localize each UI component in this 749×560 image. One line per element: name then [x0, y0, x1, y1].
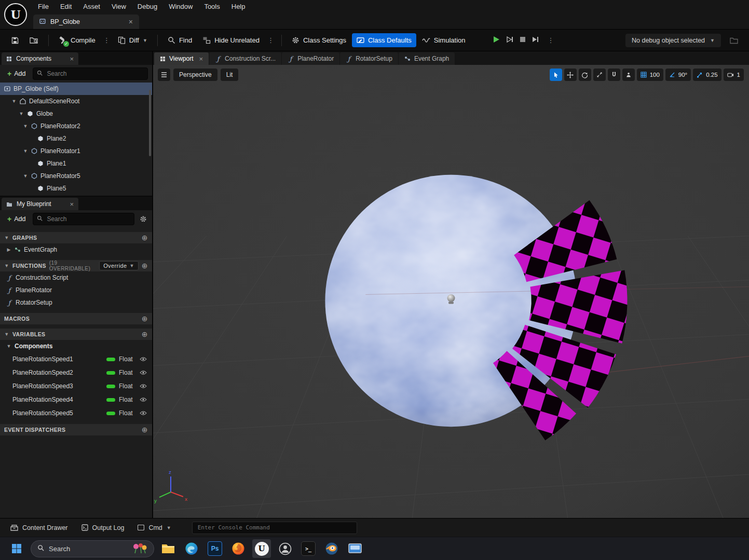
play-button[interactable] [492, 35, 500, 45]
tree-row-bp-globe-self[interactable]: BP_Globe (Self) [0, 83, 152, 95]
diff-button[interactable]: Diff ▼ [113, 33, 152, 47]
class-settings-button[interactable]: Class Settings [287, 33, 351, 47]
tree-row-plane1[interactable]: Plane1 [0, 157, 152, 170]
tree-row-planerotator2[interactable]: ▼ PlaneRotator2 [0, 120, 152, 132]
class-defaults-button[interactable]: Class Defaults [352, 33, 416, 47]
advance-button[interactable] [532, 36, 540, 45]
menu-debug[interactable]: Debug [132, 3, 163, 10]
menu-window[interactable]: Window [163, 3, 198, 10]
eye-icon[interactable] [140, 411, 147, 416]
taskbar-icon-terminal[interactable]: >_ [299, 539, 318, 558]
rotation-snap-control[interactable]: 90° [665, 69, 691, 81]
move-tool-button[interactable] [564, 69, 577, 81]
camera-speed-control[interactable]: 1 [724, 69, 744, 81]
unreal-logo-icon[interactable]: U [4, 3, 27, 26]
override-dropdown[interactable]: Override▼ [99, 261, 139, 270]
viewport-options-menu-icon[interactable] [158, 69, 170, 81]
add-blueprint-item-button[interactable]: +Add [4, 213, 29, 225]
scale-snap-control[interactable]: 0.25 [693, 69, 721, 81]
compile-options-kebab[interactable]: ⋮ [101, 36, 112, 44]
content-drawer-button[interactable]: Content Drawer [5, 521, 73, 535]
grid-snap-control[interactable]: 100 [637, 69, 663, 81]
actor-snapping-button[interactable] [622, 69, 635, 81]
play-options-kebab[interactable]: ⋮ [546, 36, 556, 44]
tree-row-plane5[interactable]: Plane5 [0, 182, 152, 195]
expand-arrow-icon[interactable]: ▶ [6, 247, 11, 252]
stop-button[interactable] [519, 36, 526, 45]
variable-row-planerotationspeed3[interactable]: PlaneRotationSpeed3Float [0, 379, 152, 393]
eye-icon[interactable] [140, 370, 147, 375]
cmd-dropdown[interactable]: Cmd ▼ [132, 521, 176, 535]
taskbar-icon-blender[interactable] [322, 539, 341, 558]
expand-arrow-icon[interactable]: ▼ [6, 344, 11, 349]
expand-arrow-icon[interactable]: ▼ [19, 111, 24, 116]
expand-arrow-icon[interactable]: ▼ [11, 99, 17, 104]
tree-row-defaultsceneroot[interactable]: ▼ DefaultSceneRoot [0, 95, 152, 107]
simulation-button[interactable]: Simulation [417, 33, 470, 47]
menu-tools[interactable]: Tools [198, 3, 225, 10]
graphs-section-header[interactable]: ▼ GRAPHS ⊕ [0, 232, 152, 243]
expand-arrow-icon[interactable]: ▼ [23, 124, 28, 129]
function-row-construction-script[interactable]: ƒConstruction Script [0, 271, 152, 284]
tree-row-planerotator1[interactable]: ▼ PlaneRotator1 [0, 145, 152, 157]
frame-skip-button[interactable] [506, 35, 514, 45]
macros-section-header[interactable]: MACROS ⊕ [0, 313, 152, 324]
asset-tab-bp-globe[interactable]: BP_Globe × [33, 15, 139, 29]
eye-icon[interactable] [140, 384, 147, 389]
taskbar-search[interactable]: Search [31, 540, 154, 557]
eye-icon[interactable] [140, 397, 147, 402]
viewport-scene[interactable]: x z y Perspective Lit [153, 65, 749, 518]
taskbar-icon-display-window[interactable] [346, 539, 364, 558]
taskbar-icon-edge[interactable] [182, 539, 201, 558]
tab-rotatorsetup[interactable]: ƒRotatorSetup [340, 52, 398, 65]
output-log-button[interactable]: Output Log [76, 521, 130, 535]
tab-viewport[interactable]: Viewport × [154, 52, 209, 65]
close-icon[interactable]: × [70, 55, 74, 63]
my-blueprint-search-input[interactable] [46, 215, 130, 223]
variable-row-planerotationspeed1[interactable]: PlaneRotationSpeed1Float [0, 352, 152, 366]
console-command-field[interactable] [192, 522, 357, 534]
tab-event-graph[interactable]: Event Graph [399, 52, 455, 65]
hide-unrelated-options-kebab[interactable]: ⋮ [265, 36, 276, 44]
taskbar-icon-unreal-engine[interactable]: U [252, 539, 271, 558]
my-blueprint-panel-tab[interactable]: My Blueprint × [2, 198, 78, 210]
functions-section-header[interactable]: ▼ FUNCTIONS (19 OVERRIDABLE) Override▼ ⊕ [0, 260, 152, 271]
save-button[interactable] [6, 33, 24, 48]
search-highlight-flowers-image[interactable] [130, 542, 151, 556]
components-search-input[interactable] [46, 70, 144, 78]
collapse-arrow-icon[interactable]: ▼ [4, 235, 9, 240]
find-button[interactable]: Find [163, 33, 197, 47]
function-row-planerotator[interactable]: ƒPlaneRotator [0, 284, 152, 296]
close-icon[interactable]: × [129, 18, 133, 26]
add-graph-icon[interactable]: ⊕ [142, 234, 148, 242]
tree-row-planerotator5[interactable]: ▼ PlaneRotator5 [0, 170, 152, 182]
variables-section-header[interactable]: ▼ VARIABLES ⊕ [0, 329, 152, 340]
menu-asset[interactable]: Asset [77, 3, 106, 10]
function-row-rotatorsetup[interactable]: ƒRotatorSetup [0, 296, 152, 309]
event-dispatchers-section-header[interactable]: EVENT DISPATCHERS ⊕ [0, 424, 152, 435]
menu-view[interactable]: View [106, 3, 132, 10]
taskbar-icon-firefox[interactable] [229, 539, 248, 558]
taskbar-icon-file-explorer[interactable] [159, 539, 178, 558]
collapse-arrow-icon[interactable]: ▼ [4, 263, 9, 268]
components-scrollbar[interactable] [149, 90, 151, 156]
variable-row-planerotationspeed4[interactable]: PlaneRotationSpeed4Float [0, 393, 152, 406]
add-function-icon[interactable]: ⊕ [142, 262, 148, 270]
tree-row-plane2[interactable]: Plane2 [0, 132, 152, 145]
taskbar-icon-photoshop[interactable]: Ps [206, 539, 224, 558]
surface-snapping-button[interactable] [608, 69, 620, 81]
hide-unrelated-button[interactable]: Hide Unrelated [198, 33, 264, 47]
compile-button[interactable]: ✓ Compile [54, 33, 100, 48]
variable-row-planerotationspeed2[interactable]: PlaneRotationSpeed2Float [0, 366, 152, 379]
components-panel-tab[interactable]: Components × [2, 52, 78, 65]
perspective-dropdown[interactable]: Perspective [173, 69, 217, 81]
my-blueprint-search[interactable] [33, 213, 134, 225]
collapse-arrow-icon[interactable]: ▼ [4, 332, 9, 337]
variable-row-planerotationspeed5[interactable]: PlaneRotationSpeed5Float [0, 406, 152, 420]
expand-arrow-icon[interactable]: ▼ [23, 148, 28, 154]
menu-file[interactable]: File [32, 3, 55, 10]
event-graph-row[interactable]: ▶ EventGraph [0, 243, 152, 256]
browse-asset-button[interactable] [25, 33, 43, 47]
tree-row-globe[interactable]: ▼ Globe [0, 107, 152, 120]
view-mode-dropdown[interactable]: Lit [221, 69, 239, 81]
